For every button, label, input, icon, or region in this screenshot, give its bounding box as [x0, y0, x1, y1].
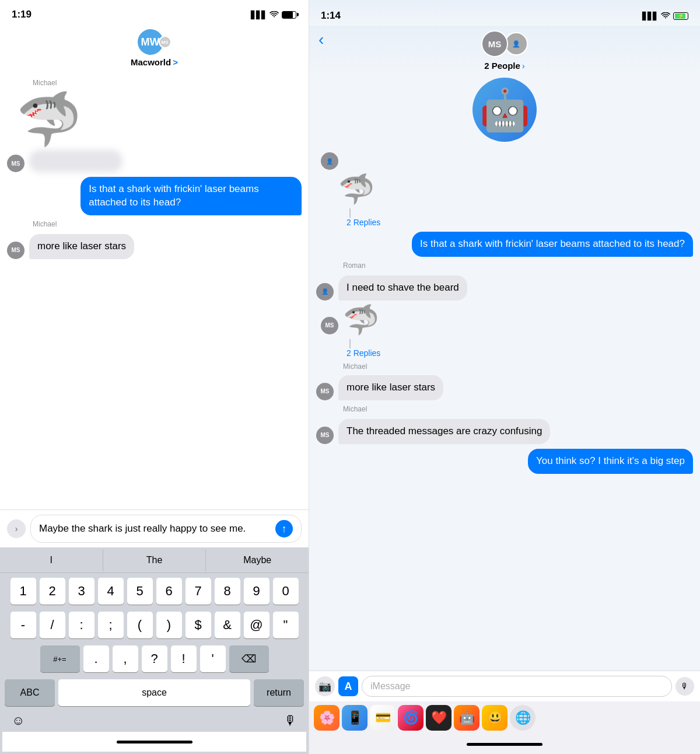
key-dollar[interactable]: $ [186, 612, 211, 638]
emoji-icon[interactable]: ☺ [12, 713, 24, 728]
key-1[interactable]: 1 [10, 578, 36, 605]
imessage-input-right[interactable]: iMessage [362, 676, 672, 697]
incoming-roman: 👤 I need to shave the beard [316, 275, 693, 301]
dock-activity[interactable]: 🌀 [398, 705, 424, 731]
status-icons-left: ▋▋▋ [251, 11, 297, 19]
key-question[interactable]: ? [142, 645, 167, 672]
bubble-laser-left: Is that a shark with frickin' laser beam… [80, 177, 302, 215]
key-ampersand[interactable]: & [215, 612, 240, 638]
status-bar-right: 1:14 ▋▋▋ ⚡ [309, 0, 700, 26]
key-quote[interactable]: " [273, 612, 299, 638]
key-close-paren[interactable]: ) [156, 612, 182, 638]
home-bar-left [117, 741, 192, 743]
thread-sticker-2: 🦈 [343, 305, 379, 334]
memoji-large: 🤖 [473, 78, 537, 142]
key-slash[interactable]: / [40, 612, 65, 638]
key-at[interactable]: @ [244, 612, 270, 638]
camera-icon-right[interactable]: 📷 [315, 676, 335, 696]
key-delete[interactable]: ⌫ [229, 645, 269, 672]
key-space[interactable]: space [58, 679, 250, 706]
key-3[interactable]: 3 [69, 578, 94, 605]
dock-memoji2[interactable]: 😃 [482, 705, 508, 731]
key-comma[interactable]: , [113, 645, 138, 672]
keyboard[interactable]: 1 2 3 4 5 6 7 8 9 0 - / : ; ( ) $ & @ " … [0, 573, 309, 754]
status-icons-right: ▋▋▋ ⚡ [642, 12, 688, 20]
avatar-group-right[interactable]: MS 👤 [481, 29, 528, 58]
key-semicolon[interactable]: ; [98, 612, 124, 638]
wifi-icon-right [661, 12, 670, 19]
key-6[interactable]: 6 [156, 578, 182, 605]
bubble-laser-stars-right: more like laser stars [338, 375, 443, 400]
sender-michael-thread: Michael [316, 362, 693, 371]
key-period[interactable]: . [83, 645, 109, 672]
sender-label-michael-1: Michael [7, 79, 302, 87]
key-8[interactable]: 8 [215, 578, 240, 605]
outgoing-big-step: You think so? I think it's a big step [316, 449, 693, 474]
key-apostrophe[interactable]: ' [200, 645, 226, 672]
key-0[interactable]: 0 [273, 578, 299, 605]
dock-applepay[interactable]: 💳 [370, 705, 396, 731]
key-4[interactable]: 4 [98, 578, 124, 605]
people-chevron: › [522, 61, 525, 71]
replies-link-2[interactable]: 2 Replies [346, 348, 693, 358]
sender-roman: Roman [316, 261, 693, 270]
mic-icon[interactable]: 🎙 [284, 713, 297, 728]
autocomplete-i[interactable]: I [0, 549, 103, 571]
key-9[interactable]: 9 [244, 578, 270, 605]
input-bar-left[interactable]: › Maybe the shark is just really happy t… [0, 509, 309, 547]
key-colon[interactable]: : [69, 612, 94, 638]
key-exclaim[interactable]: ! [171, 645, 197, 672]
autocomplete-the[interactable]: The [103, 549, 206, 571]
messages-left: Michael 🦈 MS Is that a shark with fricki… [0, 73, 309, 509]
send-button-left[interactable]: ↑ [275, 520, 293, 537]
time-left: 1:19 [12, 9, 32, 20]
blurred-row: MS [7, 150, 302, 172]
dock-appstore[interactable]: 📱 [342, 705, 368, 731]
status-bar-left: 1:19 ▋▋▋ [0, 0, 309, 26]
right-phone: 1:14 ▋▋▋ ⚡ ‹ MS 👤 [309, 0, 700, 754]
text-input-left[interactable]: Maybe the shark is just really happy to … [30, 515, 302, 543]
thread-line-1 [349, 208, 351, 218]
autocomplete-bar: I The Maybe [0, 547, 309, 573]
incoming-laser-stars: MS more like laser stars [7, 234, 302, 259]
thread-sticker-1: 🦈 [338, 174, 374, 204]
autocomplete-maybe[interactable]: Maybe [206, 549, 309, 571]
key-hashplus[interactable]: #+= [40, 645, 80, 672]
back-button-right[interactable]: ‹ [318, 30, 324, 49]
home-indicator-left [2, 732, 306, 752]
key-open-paren[interactable]: ( [127, 612, 153, 638]
key-return[interactable]: return [254, 679, 304, 706]
key-2[interactable]: 2 [40, 578, 65, 605]
dock-row-right: 🌸 📱 💳 🌀 ❤️ 🤖 😃 🌐 [309, 701, 700, 734]
ms-avatar-3: MS [316, 383, 334, 400]
app-store-icon[interactable]: A [338, 676, 358, 696]
dock-heart[interactable]: ❤️ [426, 705, 452, 731]
replies-link-1[interactable]: 2 Replies [346, 218, 693, 227]
nav-header-right: ‹ MS 👤 2 People › [309, 26, 700, 78]
key-dash[interactable]: - [10, 612, 36, 638]
dock-photos[interactable]: 🌸 [314, 705, 340, 731]
thread-line-2 [349, 339, 351, 348]
key-7[interactable]: 7 [186, 578, 211, 605]
key-5[interactable]: 5 [127, 578, 153, 605]
ms-avatar-2: MS [321, 317, 338, 334]
thread-sticker-row: 🦈 [316, 174, 693, 204]
nav-header-left: MW MS Macworld > [0, 26, 309, 73]
signal-icon-right: ▋▋▋ [642, 12, 658, 20]
dock-memoji1[interactable]: 🤖 [454, 705, 480, 731]
input-bar-right[interactable]: 📷 A iMessage 🎙 [309, 671, 700, 701]
memoji-section: 🤖 [309, 78, 700, 146]
thread-replies-2: 2 Replies [316, 339, 693, 358]
expand-button[interactable]: › [7, 519, 26, 538]
incoming-confusing: MS The threaded messages are crazy confu… [316, 419, 693, 444]
key-abc[interactable]: ABC [5, 679, 55, 706]
battery-right: ⚡ [673, 12, 688, 20]
sender-michael-right: Michael [316, 405, 693, 413]
kb-row-mixed: #+= . , ? ! ' ⌫ [2, 645, 306, 672]
time-right: 1:14 [321, 10, 341, 22]
nav-title-right[interactable]: 2 People › [484, 61, 525, 71]
dock-globe[interactable]: 🌐 [510, 705, 536, 731]
nav-title-left[interactable]: Macworld > [131, 57, 178, 67]
kb-row-bottom: ABC space return [2, 679, 306, 706]
audio-icon-right[interactable]: 🎙 [676, 677, 694, 696]
